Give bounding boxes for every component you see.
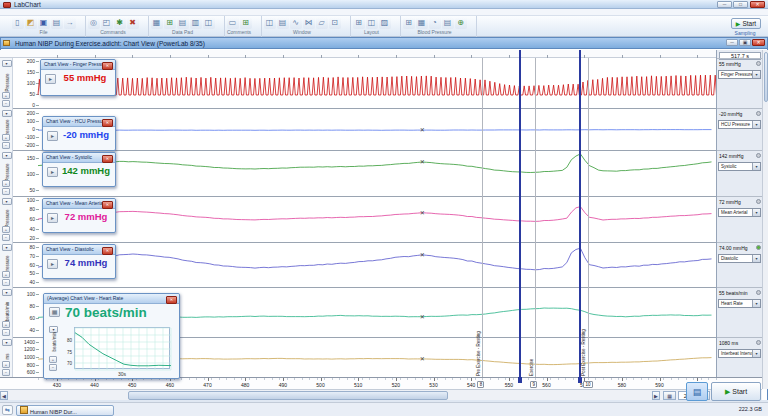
zoom-view-icon[interactable]: ▦ [663, 391, 676, 400]
scroll-mode-button[interactable]: ▤ [686, 382, 708, 401]
scroll-right-icon[interactable]: ▶ [652, 391, 660, 400]
popup-scale-icon[interactable]: ▸ [47, 213, 58, 223]
popup-scale-icon[interactable]: ▦ [49, 307, 60, 317]
zoom-out-icon[interactable]: − [2, 369, 10, 376]
channel-options-icon[interactable] [756, 61, 761, 66]
heart-rate-popup-close-icon[interactable]: ✕ [166, 296, 177, 304]
export-icon[interactable]: → [64, 17, 76, 29]
channel-selector[interactable]: Finger Pressure▾ [718, 70, 761, 79]
print-icon[interactable]: ▤ [51, 17, 63, 29]
channel-menu-icon[interactable]: ▾ [2, 198, 12, 205]
popup-chart-view-mean-arterial[interactable]: Chart View - Mean Arterial✕▸72 mmHg [42, 198, 116, 233]
comment-add-icon[interactable]: ⊞ [240, 17, 252, 29]
save-icon[interactable]: ▣ [38, 17, 50, 29]
add-comment-icon[interactable]: ✱ [114, 17, 126, 29]
bp-report-icon[interactable]: ▤ [442, 17, 454, 29]
popup-scale-icon[interactable]: ▸ [45, 74, 56, 84]
zoom-in-icon[interactable]: + [2, 321, 10, 328]
new-document-icon[interactable]: ▯ [12, 17, 24, 29]
chevron-down-icon[interactable]: ▾ [752, 255, 760, 262]
start-sampling-button[interactable]: ▶Start [731, 18, 761, 29]
datapad-graph-icon[interactable]: ◫ [203, 17, 215, 29]
comment-number-badge[interactable]: 8 [477, 381, 484, 388]
scroll-left-icon[interactable]: ◀ [0, 391, 8, 400]
vertical-scrollbar[interactable] [762, 50, 768, 389]
zoom-in-icon[interactable]: + [2, 180, 10, 187]
select-icon[interactable]: ◰ [101, 17, 113, 29]
vertical-scrollbar-thumb[interactable] [764, 52, 768, 102]
popup-close-icon[interactable]: ✕ [102, 247, 113, 255]
bp-add-icon[interactable]: ⊕ [455, 17, 467, 29]
popup-scale-icon[interactable]: ▸ [47, 131, 58, 141]
bp-settings-icon[interactable]: ⊞ [403, 17, 415, 29]
horizontal-scrollbar-thumb[interactable] [128, 391, 448, 400]
zoom-out-icon[interactable]: − [2, 100, 10, 107]
horizontal-scrollbar[interactable]: ◀ ▶ ▦ 20:1 ▲ [0, 389, 762, 400]
popup-chart-view-systolic[interactable]: Chart View - Systolic✕▸142 mmHg [42, 152, 116, 187]
popup-close-icon[interactable]: ✕ [102, 201, 113, 209]
zoom-out-icon[interactable]: − [2, 142, 10, 149]
datapad-view-icon[interactable]: ▦ [151, 17, 163, 29]
chevron-down-icon[interactable]: ▾ [752, 209, 760, 216]
bp-table-icon[interactable]: ▦ [416, 17, 428, 29]
close-icon[interactable]: ✕ [750, 1, 765, 8]
layout-columns-icon[interactable]: ◫ [366, 17, 378, 29]
layout-grid-icon[interactable]: ⊞ [353, 17, 365, 29]
channel-selector[interactable]: Systolic▾ [718, 162, 761, 171]
comment-number-badge[interactable]: 10 [583, 381, 593, 388]
popup-close-icon[interactable]: ✕ [102, 62, 113, 70]
taskbar-document-tab[interactable]: Human NIBP Dur... [16, 405, 114, 416]
copy-window-icon[interactable]: ⊡ [329, 17, 341, 29]
zoom-in-icon[interactable]: + [2, 134, 10, 141]
datapad-select-icon[interactable]: ▥ [190, 17, 202, 29]
channel-selector[interactable]: Interbeat Interval▾ [718, 349, 761, 358]
channel-options-icon[interactable] [756, 245, 761, 250]
doc-minimize-icon[interactable]: ─ [726, 39, 738, 46]
datapad-add-icon[interactable]: ⊞ [164, 17, 176, 29]
scope-view-icon[interactable]: ∿ [290, 17, 302, 29]
zoom-out-icon[interactable]: − [2, 188, 10, 195]
channel-menu-icon[interactable]: ▾ [2, 60, 12, 67]
chevron-down-icon[interactable]: ▾ [752, 71, 760, 78]
channel-selector[interactable]: Heart Rate▾ [718, 299, 761, 308]
popup-chart-view-diastolic[interactable]: Chart View - Diastolic✕▸74 mmHg [42, 244, 116, 279]
comment-number-badge[interactable]: 9 [530, 381, 537, 388]
popup-chart-view-hcu-pressure[interactable]: Chart View - HCU Pressure✕▸-20 mmHg [42, 116, 116, 151]
tile-windows-icon[interactable]: ◫ [264, 17, 276, 29]
channel-selector[interactable]: Mean Arterial▾ [718, 208, 761, 217]
chevron-down-icon[interactable]: ▾ [752, 121, 760, 128]
open-icon[interactable]: ◩ [25, 17, 37, 29]
zoom-in-icon[interactable]: + [2, 361, 10, 368]
zoom-in-icon[interactable]: + [2, 226, 10, 233]
channel-menu-icon[interactable]: ▾ [2, 289, 12, 296]
heart-rate-popup-title[interactable]: (Average) Chart View - Heart Rate [44, 294, 179, 304]
popup-chart-view-finger-pressure[interactable]: Chart View - Finger Pressure✕▸55 mmHg [40, 59, 116, 96]
find-icon[interactable]: ◎ [88, 17, 100, 29]
channel-options-icon[interactable] [756, 290, 761, 295]
channel-selector[interactable]: HCU Pressure▾ [718, 120, 761, 129]
channel-options-icon[interactable] [756, 153, 761, 158]
start-button[interactable]: ▶Start [711, 382, 761, 401]
zoom-in-icon[interactable]: + [2, 271, 10, 278]
window-switcher-icon[interactable]: ⇆ [2, 405, 13, 415]
channel-menu-icon[interactable]: ▾ [2, 152, 12, 159]
mini-zoom-out-icon[interactable]: − [49, 364, 57, 371]
chevron-down-icon[interactable]: ▾ [752, 300, 760, 307]
popup-close-icon[interactable]: ✕ [102, 119, 113, 127]
mini-zoom-in-icon[interactable]: + [49, 356, 57, 363]
zoom-out-icon[interactable]: − [2, 279, 10, 286]
chevron-down-icon[interactable]: ▾ [752, 163, 760, 170]
popup-close-icon[interactable]: ✕ [102, 155, 113, 163]
comments-window-icon[interactable]: ▭ [227, 17, 239, 29]
zoom-out-icon[interactable]: − [2, 329, 10, 336]
channel-options-icon[interactable] [756, 199, 761, 204]
doc-close-icon[interactable]: ✕ [752, 39, 765, 46]
bp-chart-icon[interactable]: ◔ [429, 17, 441, 29]
channel-menu-icon[interactable]: ▾ [2, 244, 12, 251]
popup-scale-icon[interactable]: ▸ [47, 167, 58, 177]
zoom-in-icon[interactable]: + [2, 92, 10, 99]
zoom-window-icon[interactable]: ▤ [277, 17, 289, 29]
graph-window-icon[interactable]: ▱ [316, 17, 328, 29]
channel-options-icon[interactable] [756, 340, 761, 345]
xy-view-icon[interactable]: ⋈ [303, 17, 315, 29]
